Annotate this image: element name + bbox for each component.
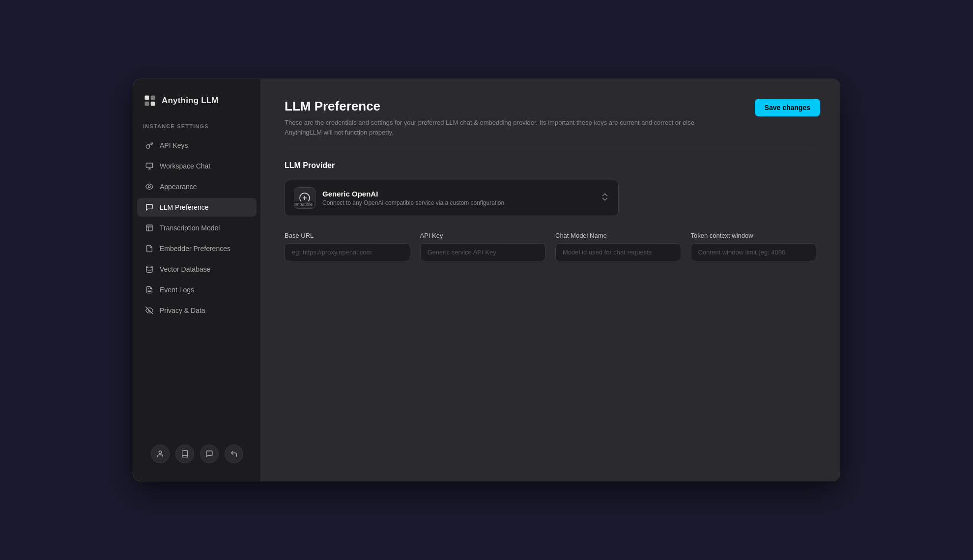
input-api-key[interactable] bbox=[420, 243, 546, 261]
chevron-icon bbox=[601, 193, 609, 204]
section-label: INSTANCE SETTINGS bbox=[133, 119, 260, 135]
svg-rect-1 bbox=[151, 96, 155, 100]
logo-area: Anything LLM bbox=[133, 89, 260, 119]
sidebar-item-appearance[interactable]: Appearance bbox=[137, 177, 257, 196]
sidebar-item-embedder-preferences[interactable]: Embedder Preferences bbox=[137, 239, 257, 258]
sidebar-label-vector-database: Vector Database bbox=[160, 265, 211, 273]
save-button[interactable]: Save changes bbox=[755, 99, 820, 116]
provider-section-title: LLM Provider bbox=[285, 161, 816, 170]
sidebar-label-llm-preference: LLM Preference bbox=[160, 203, 209, 211]
user-button[interactable] bbox=[151, 445, 170, 463]
sidebar-item-vector-database[interactable]: Vector Database bbox=[137, 260, 257, 279]
svg-rect-0 bbox=[145, 96, 149, 100]
label-chat-model: Chat Model Name bbox=[555, 232, 681, 239]
sidebar-item-privacy-data[interactable]: Privacy & Data bbox=[137, 301, 257, 320]
embed-icon bbox=[145, 244, 154, 253]
back-button[interactable] bbox=[225, 445, 243, 463]
eye-icon bbox=[145, 182, 154, 191]
sidebar-label-transcription-model: Transcription Model bbox=[160, 224, 220, 232]
sidebar-label-privacy-data: Privacy & Data bbox=[160, 307, 205, 314]
sidebar-bottom bbox=[133, 437, 260, 471]
provider-description: Connect to any OpenAi-compatible service… bbox=[322, 199, 504, 206]
svg-point-15 bbox=[159, 451, 161, 453]
svg-rect-2 bbox=[145, 102, 149, 106]
svg-rect-4 bbox=[146, 163, 152, 168]
llm-icon bbox=[145, 203, 154, 212]
sidebar-item-transcription-model[interactable]: Transcription Model bbox=[137, 219, 257, 237]
provider-logo: compatible bbox=[294, 187, 315, 209]
svg-point-11 bbox=[146, 266, 152, 268]
app-container: Anything LLM INSTANCE SETTINGS API Keys … bbox=[133, 79, 840, 481]
page-title: LLM Preference bbox=[285, 99, 816, 114]
sidebar-item-event-logs[interactable]: Event Logs bbox=[137, 280, 257, 299]
main-content: LLM Preference These are the credentials… bbox=[261, 79, 840, 481]
form-grid: Base URL API Key Chat Model Name Token c… bbox=[285, 232, 816, 261]
sidebar: Anything LLM INSTANCE SETTINGS API Keys … bbox=[133, 79, 261, 481]
provider-name: Generic OpenAI bbox=[322, 190, 504, 198]
form-group-chat-model: Chat Model Name bbox=[555, 232, 681, 261]
privacy-icon bbox=[145, 306, 154, 315]
form-group-base-url: Base URL bbox=[285, 232, 410, 261]
label-api-key: API Key bbox=[420, 232, 546, 239]
sidebar-item-api-keys[interactable]: API Keys bbox=[137, 136, 257, 155]
logo-text: Anything LLM bbox=[162, 96, 219, 106]
provider-info: Generic OpenAI Connect to any OpenAi-com… bbox=[322, 190, 504, 206]
provider-logo-badge: compatible bbox=[294, 201, 314, 207]
divider bbox=[285, 149, 816, 149]
provider-left: compatible Generic OpenAI Connect to any… bbox=[294, 187, 504, 209]
log-icon bbox=[145, 285, 154, 294]
discord-button[interactable] bbox=[200, 445, 219, 463]
svg-rect-3 bbox=[151, 102, 155, 106]
sidebar-item-workspace-chat[interactable]: Workspace Chat bbox=[137, 157, 257, 175]
provider-selector[interactable]: compatible Generic OpenAI Connect to any… bbox=[285, 180, 619, 216]
transcription-icon bbox=[145, 224, 154, 232]
input-chat-model[interactable] bbox=[555, 243, 681, 261]
form-group-api-key: API Key bbox=[420, 232, 546, 261]
sidebar-label-workspace-chat: Workspace Chat bbox=[160, 162, 210, 170]
label-base-url: Base URL bbox=[285, 232, 410, 239]
key-icon bbox=[145, 141, 154, 150]
input-base-url[interactable] bbox=[285, 243, 410, 261]
page-description: These are the credentials and settings f… bbox=[285, 118, 727, 137]
sidebar-label-embedder-preferences: Embedder Preferences bbox=[160, 245, 230, 252]
logo-icon bbox=[143, 94, 157, 108]
input-token-context[interactable] bbox=[691, 243, 817, 261]
database-icon bbox=[145, 265, 154, 274]
svg-rect-8 bbox=[146, 225, 152, 231]
sidebar-label-appearance: Appearance bbox=[160, 183, 197, 191]
sidebar-label-api-keys: API Keys bbox=[160, 141, 188, 149]
chat-icon bbox=[145, 162, 154, 170]
svg-point-7 bbox=[148, 186, 150, 188]
form-group-token-context: Token context window bbox=[691, 232, 817, 261]
page-header: LLM Preference These are the credentials… bbox=[285, 99, 816, 137]
book-button[interactable] bbox=[175, 445, 194, 463]
sidebar-item-llm-preference[interactable]: LLM Preference bbox=[137, 198, 257, 217]
sidebar-label-event-logs: Event Logs bbox=[160, 286, 194, 294]
label-token-context: Token context window bbox=[691, 232, 817, 239]
